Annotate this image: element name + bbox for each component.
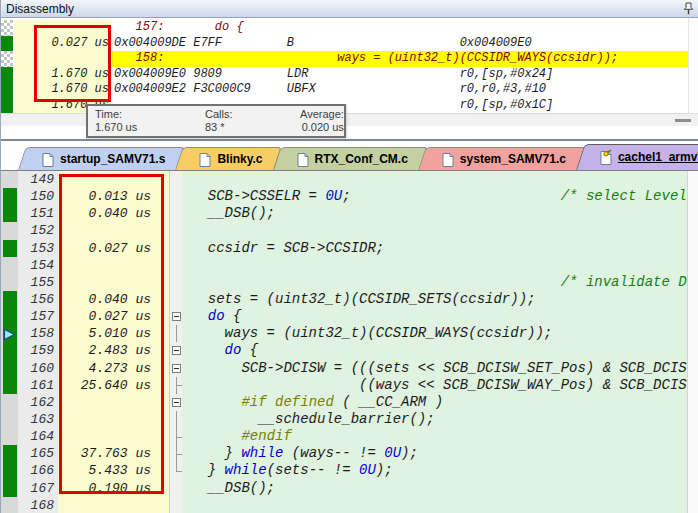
instruction-line[interactable]: 0x004009DE E7FF B 0x004009E0 — [112, 36, 698, 52]
code-token: 0U — [359, 462, 376, 478]
fold-margin[interactable] — [169, 308, 182, 325]
pin-icon[interactable] — [683, 2, 694, 15]
breakpoint-margin[interactable] — [1, 411, 18, 428]
code-token: /* select Level 1 da — [561, 188, 698, 204]
code-line[interactable] — [182, 222, 698, 239]
code-line[interactable]: /* invalidate D-Cach — [182, 274, 698, 291]
code-line[interactable]: #if defined ( __CC_ARM ) — [182, 394, 698, 411]
breakpoint-margin[interactable] — [1, 497, 18, 513]
tab-startup_samv71-s[interactable]: startup_SAMV71.s — [25, 147, 177, 170]
editor-vertical-scrollbar[interactable] — [687, 171, 698, 513]
breakpoint-margin[interactable] — [1, 377, 18, 394]
code-token: /* invalidate D-Cach — [561, 274, 698, 290]
instruction-line[interactable]: 0x004009E0 9809 LDR r0,[sp,#0x24] — [112, 67, 698, 83]
tooltip-time-label: Time: — [95, 108, 205, 121]
breakpoint-margin[interactable] — [1, 205, 18, 222]
document-icon — [41, 151, 55, 167]
breakpoint-margin[interactable] — [1, 325, 18, 342]
line-execution-time — [58, 394, 169, 411]
fold-collapse-icon[interactable] — [172, 346, 181, 355]
coverage-marker[interactable] — [1, 82, 14, 98]
breakpoint-margin[interactable] — [1, 462, 18, 479]
breakpoint-margin[interactable] — [1, 188, 18, 205]
code-line[interactable]: } while(sets-- != 0U); — [182, 462, 698, 479]
code-token: while — [225, 462, 267, 478]
code-line[interactable]: __schedule_barrier(); — [182, 411, 698, 428]
fold-collapse-icon[interactable] — [172, 312, 181, 321]
code-token — [191, 394, 241, 410]
breakpoint-margin[interactable] — [1, 257, 18, 274]
fold-margin[interactable] — [169, 360, 182, 377]
disasm-source-line[interactable]: 157: do { — [112, 20, 698, 36]
fold-margin[interactable] — [169, 394, 182, 411]
code-token: ); — [401, 445, 418, 461]
panel-divider[interactable] — [1, 139, 698, 141]
instruction-line[interactable]: 0x004009E2 F3C000C9 UBFX r0,r0,#3,#10 — [112, 82, 698, 98]
fold-margin[interactable] — [169, 342, 182, 359]
disassembly-pane[interactable]: 157: do {0.027 us0x004009DE E7FF B 0x004… — [1, 18, 698, 113]
coverage-marker[interactable] — [1, 36, 14, 52]
breakpoint-margin[interactable] — [1, 171, 18, 188]
breakpoint-margin[interactable] — [1, 308, 18, 325]
tab-blinky-c[interactable]: Blinky.c — [182, 147, 274, 170]
fold-margin — [169, 205, 182, 222]
breakpoint-margin[interactable] — [1, 240, 18, 257]
line-number: 154 — [18, 257, 58, 274]
fold-collapse-icon[interactable] — [172, 398, 181, 407]
line-number: 160 — [18, 360, 58, 377]
editor-line: 1592.483 us do { — [1, 342, 698, 359]
breakpoint-margin[interactable] — [1, 428, 18, 445]
breakpoint-margin[interactable] — [1, 360, 18, 377]
breakpoint-margin[interactable] — [1, 394, 18, 411]
editor-line: 1604.273 us SCB->DCISW = (((sets << SCB_… — [1, 360, 698, 377]
code-line[interactable] — [182, 171, 698, 188]
fold-collapse-icon[interactable] — [172, 364, 181, 373]
code-line[interactable]: ways = (uint32_t)(CCSIDR_WAYS(ccsidr)); — [182, 325, 698, 342]
code-token: ways = (uint32_t)(CCSIDR_WAYS(ccsidr)); — [191, 325, 552, 341]
breakpoint-margin[interactable] — [1, 291, 18, 308]
code-line[interactable]: __DSB(); — [182, 205, 698, 222]
breakpoint-margin[interactable] — [1, 445, 18, 462]
tab-system_samv71-c[interactable]: system_SAMV71.c — [425, 147, 578, 170]
code-line[interactable]: ((ways << SCB_DCISW_WAY_Pos) & SCB_DCISW… — [182, 377, 698, 394]
code-line[interactable]: #endif — [182, 428, 698, 445]
instruction-time: 1.670 us — [14, 82, 112, 98]
code-line[interactable]: do { — [182, 342, 698, 359]
coverage-marker[interactable] — [1, 98, 14, 114]
breakpoint-margin[interactable] — [1, 342, 18, 359]
line-execution-time: 5.433 us — [58, 462, 169, 479]
tab-rtx_conf_cm-c[interactable]: RTX_Conf_CM.c — [280, 147, 420, 170]
code-line[interactable] — [182, 257, 698, 274]
code-line[interactable]: do { — [182, 308, 698, 325]
coverage-marker[interactable] — [1, 51, 14, 67]
disassembly-vertical-scrollbar[interactable] — [688, 18, 698, 113]
scrollbar-thumb[interactable] — [675, 119, 691, 122]
tab-cachel1_armv7-h[interactable]: cachel1_armv7.h — [583, 144, 698, 170]
code-line[interactable]: } while (ways-- != 0U); — [182, 445, 698, 462]
disassembly-titlebar[interactable]: Disassembly — [1, 0, 698, 18]
fold-margin — [169, 497, 182, 513]
line-number: 152 — [18, 222, 58, 239]
code-line[interactable]: SCB->DCISW = (((sets << SCB_DCISW_SET_Po… — [182, 360, 698, 377]
coverage-marker[interactable] — [1, 67, 14, 83]
code-token: do — [208, 308, 225, 324]
line-execution-time: 5.010 us — [58, 325, 169, 342]
breakpoint-margin[interactable] — [1, 274, 18, 291]
code-line[interactable] — [182, 497, 698, 513]
line-execution-time — [58, 274, 169, 291]
breakpoint-margin[interactable] — [1, 480, 18, 497]
code-token — [191, 428, 241, 444]
fold-margin — [169, 445, 182, 462]
code-line[interactable]: sets = (uint32_t)(CCSIDR_SETS(ccsidr)); — [182, 291, 698, 308]
code-line[interactable]: ccsidr = SCB->CCSIDR; — [182, 240, 698, 257]
fold-margin — [169, 291, 182, 308]
coverage-marker[interactable] — [1, 20, 14, 36]
editor-line: 1500.013 us SCB->CSSELR = 0U; /* select … — [1, 188, 698, 205]
disasm-source-line[interactable]: 158: ways = (uint32_t)(CCSIDR_WAYS(ccsid… — [112, 51, 698, 67]
breakpoint-margin[interactable] — [1, 222, 18, 239]
code-line[interactable]: SCB->CSSELR = 0U; /* select Level 1 da — [182, 188, 698, 205]
code-token: __DSB(); — [191, 480, 275, 496]
code-line[interactable]: __DSB(); — [182, 480, 698, 497]
source-editor[interactable]: 1491500.013 us SCB->CSSELR = 0U; /* sele… — [1, 170, 698, 513]
code-token: ( __CC_ARM ) — [334, 394, 443, 410]
